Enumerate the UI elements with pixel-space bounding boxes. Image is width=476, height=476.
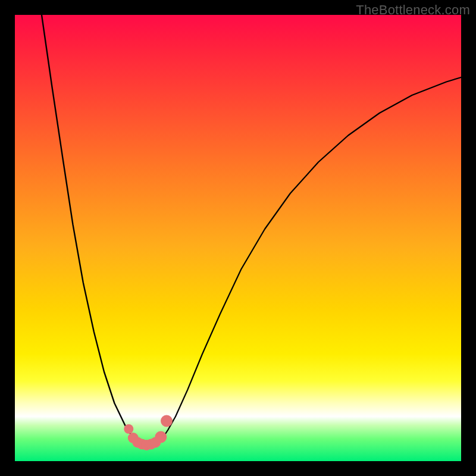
watermark-text: TheBottleneck.com <box>356 2 470 18</box>
marker-dot <box>124 424 133 434</box>
chart-svg <box>15 15 461 461</box>
plot-area <box>15 15 461 461</box>
marker-cluster <box>124 415 173 451</box>
curve-left <box>42 15 145 443</box>
curve-right <box>158 77 461 443</box>
marker-dot <box>161 415 173 427</box>
marker-dot <box>155 431 167 443</box>
